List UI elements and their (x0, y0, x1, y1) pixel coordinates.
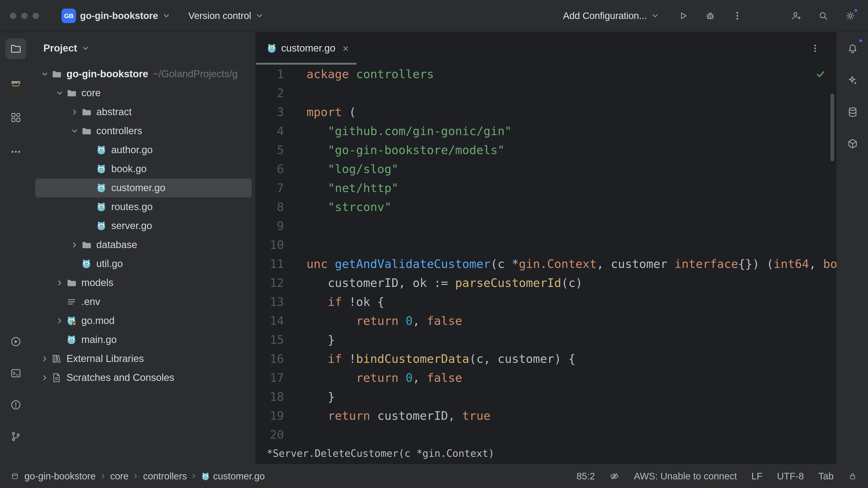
code-line-7[interactable]: "net/http" (307, 178, 836, 197)
code-line-12[interactable]: customerID, ok := parseCustomerId(c) (307, 273, 836, 292)
window-zoom-button[interactable] (33, 13, 39, 19)
project-tree-item-author-go[interactable]: author.go (35, 140, 252, 160)
encoding-widget[interactable]: UTF-8 (777, 471, 804, 482)
project-widget[interactable]: GB go-gin-bookstore (58, 6, 174, 26)
line-separator-widget[interactable]: LF (751, 471, 763, 482)
breadcrumb-item-core[interactable]: core (110, 471, 129, 482)
breadcrumb-item-controllers[interactable]: controllers (143, 471, 187, 482)
project-tree-item-go-gin-bookstore[interactable]: go-gin-bookstore~/GolandProjects/g (35, 65, 252, 84)
inspections-passed-icon[interactable] (815, 69, 826, 79)
project-window-icon[interactable] (11, 472, 19, 480)
line-number[interactable]: 17 (256, 368, 284, 387)
tool-window-button-ai-assistant[interactable] (842, 70, 863, 91)
tool-window-button-structure[interactable] (5, 107, 26, 128)
more-vertical-button[interactable] (730, 8, 745, 24)
line-number[interactable]: 1 (256, 65, 284, 84)
chevron-right-icon[interactable] (39, 355, 51, 363)
project-panel-header[interactable]: Project (32, 32, 255, 65)
project-tree-item-routes-go[interactable]: routes.go (35, 197, 252, 217)
code-line-18[interactable]: } (307, 387, 836, 406)
line-number[interactable]: 20 (256, 425, 284, 443)
tool-window-button-terminal[interactable] (5, 363, 26, 384)
breadcrumb-item-customer-go[interactable]: customer.go (202, 471, 265, 482)
tab-options-icon[interactable] (810, 43, 820, 53)
tool-window-button-problems[interactable] (5, 394, 26, 415)
vcs-widget[interactable]: Version control (185, 8, 267, 24)
tool-window-button-package[interactable] (842, 133, 863, 154)
project-tree-item-customer-go[interactable]: customer.go (35, 178, 252, 197)
project-tree-item-util-go[interactable]: util.go (35, 254, 252, 273)
chevron-down-icon[interactable] (54, 89, 66, 97)
line-number[interactable]: 18 (256, 387, 284, 406)
editor-scrollbar-thumb[interactable] (831, 94, 834, 161)
line-number[interactable]: 15 (256, 330, 284, 349)
project-tree-item-external-libraries[interactable]: External Libraries (35, 349, 252, 368)
chevron-right-icon[interactable] (39, 374, 51, 382)
line-number[interactable]: 8 (256, 197, 284, 217)
project-tree-item-scratches-and-consoles[interactable]: Scratches and Consoles (35, 368, 252, 387)
window-close-button[interactable] (10, 13, 16, 19)
window-minimize-button[interactable] (21, 13, 28, 19)
debug-button[interactable] (703, 8, 718, 24)
project-tree-item-controllers[interactable]: controllers (35, 122, 252, 140)
line-number[interactable]: 13 (256, 292, 284, 311)
line-number[interactable]: 5 (256, 140, 284, 160)
code-line-6[interactable]: "log/slog" (307, 160, 836, 178)
tab-close-icon[interactable] (342, 44, 349, 52)
line-number[interactable]: 10 (256, 235, 284, 254)
context-breadcrumb-bar[interactable]: *Server.DeleteCustomer(c *gin.Context) (256, 443, 836, 464)
editor-tab-customer-go[interactable]: customer.go (256, 32, 357, 65)
code-line-17[interactable]: return 0, false (307, 368, 836, 387)
chevron-down-icon[interactable] (39, 70, 51, 78)
chevron-right-icon[interactable] (69, 108, 81, 116)
tool-window-button-notifications[interactable] (842, 38, 863, 59)
project-tree-item-core[interactable]: core (35, 84, 252, 103)
line-number[interactable]: 14 (256, 311, 284, 330)
tool-window-button-project[interactable] (5, 38, 26, 59)
code-line-8[interactable]: "strconv" (307, 197, 836, 217)
code-line-19[interactable]: return customerID, true (307, 406, 836, 425)
line-number[interactable]: 9 (256, 217, 284, 235)
chevron-down-icon[interactable] (69, 127, 81, 135)
chevron-right-icon[interactable] (54, 317, 66, 325)
chevron-right-icon[interactable] (54, 279, 66, 287)
project-tree-item-book-go[interactable]: book.go (35, 160, 252, 178)
user-plus-button[interactable] (788, 8, 804, 24)
aws-connection-status[interactable]: AWS: Unable to connect (634, 471, 737, 482)
file-lock-icon[interactable] (848, 472, 857, 481)
line-number[interactable]: 6 (256, 160, 284, 178)
editor[interactable]: 1234567891011121314151617181920 ackage c… (256, 65, 836, 443)
code-line-9[interactable] (307, 217, 836, 235)
line-number[interactable]: 11 (256, 254, 284, 273)
line-number[interactable]: 3 (256, 103, 284, 122)
line-number[interactable]: 16 (256, 349, 284, 368)
code-line-15[interactable]: } (307, 330, 836, 349)
run-configuration-widget[interactable]: Add Configuration... (559, 8, 663, 24)
tool-window-button-database[interactable] (842, 102, 863, 123)
code-line-5[interactable]: "go-gin-bookstore/models" (307, 140, 836, 160)
code-line-4[interactable]: "github.com/gin-gonic/gin" (307, 122, 836, 140)
code-line-20[interactable] (307, 425, 836, 443)
code-line-13[interactable]: if !ok { (307, 292, 836, 311)
tool-window-button-more-horizontal[interactable] (5, 141, 26, 162)
code-line-14[interactable]: return 0, false (307, 311, 836, 330)
project-tree-item-database[interactable]: database (35, 235, 252, 254)
line-number[interactable]: 4 (256, 122, 284, 140)
search-button[interactable] (815, 8, 831, 24)
caret-position-widget[interactable]: 85:2 (577, 471, 595, 482)
line-number[interactable]: 2 (256, 84, 284, 103)
project-tree-item-go-mod[interactable]: go.mod (35, 311, 252, 330)
tool-window-button-git[interactable] (5, 426, 26, 447)
project-tree-item-server-go[interactable]: server.go (35, 217, 252, 235)
project-tree-item-env[interactable]: .env (35, 292, 252, 311)
code-line-11[interactable]: unc getAndValidateCustomer(c *gin.Contex… (307, 254, 836, 273)
project-tree-item-models[interactable]: models (35, 273, 252, 292)
play-button[interactable] (675, 8, 691, 24)
code-line-2[interactable] (307, 84, 836, 103)
code-line-3[interactable]: mport ( (307, 103, 836, 122)
settings-button[interactable] (843, 8, 858, 24)
tool-window-button-run[interactable] (5, 331, 26, 352)
breadcrumb-item-go-gin-bookstore[interactable]: go-gin-bookstore (24, 471, 96, 482)
line-number[interactable]: 19 (256, 406, 284, 425)
project-tree-item-abstract[interactable]: abstract (35, 103, 252, 122)
